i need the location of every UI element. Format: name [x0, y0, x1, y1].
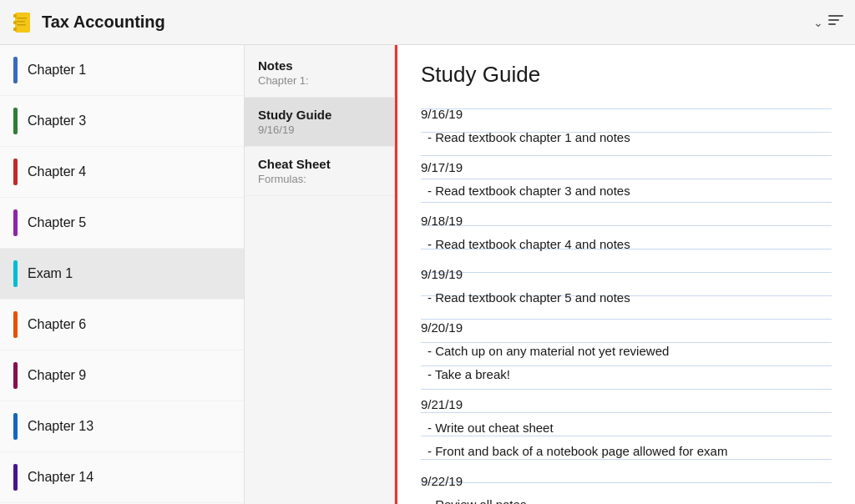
sidebar-item-label: Chapter 14 [28, 470, 94, 485]
sidebar: Chapter 1Chapter 3Chapter 4Chapter 5Exam… [0, 45, 245, 504]
sidebar-item-label: Chapter 3 [28, 113, 86, 129]
sidebar-item-chapter14[interactable]: Chapter 14 [0, 452, 244, 503]
study-entry: 9/22/19- Review all notes- Double check … [421, 470, 832, 504]
sidebar-item-exam1[interactable]: Exam 1 [0, 249, 244, 300]
section-color-bar [13, 159, 18, 185]
sidebar-item-label: Chapter 6 [28, 317, 86, 332]
study-task: - Catch up on any material not yet revie… [421, 340, 832, 363]
sidebar-item-chapter3[interactable]: Chapter 3 [0, 96, 244, 147]
content-body: 9/16/19- Read textbook chapter 1 and not… [421, 103, 832, 504]
sidebar-item-chapter9[interactable]: Chapter 9 [0, 350, 244, 401]
svg-rect-3 [13, 28, 17, 31]
section-color-bar [13, 464, 18, 491]
study-entry: 9/20/19- Catch up on any material not ye… [421, 316, 832, 386]
page-item-subtitle: Chapter 1: [258, 74, 381, 87]
study-task: - Review all notes [421, 493, 832, 504]
study-task: - Read textbook chapter 1 and notes [421, 126, 832, 149]
page-item-cheat-sheet[interactable]: Cheat SheetFormulas: [245, 147, 394, 196]
page-item-notes[interactable]: NotesChapter 1: [245, 48, 394, 98]
study-date: 9/17/19 [421, 156, 832, 179]
section-color-bar [13, 311, 18, 338]
sidebar-item-chapter13[interactable]: Chapter 13 [0, 401, 244, 452]
page-item-study-guide[interactable]: Study Guide9/16/19 [245, 98, 394, 147]
study-task: - Read textbook chapter 3 and notes [421, 179, 832, 203]
svg-rect-5 [17, 21, 25, 23]
svg-rect-1 [13, 14, 17, 18]
study-date: 9/22/19 [421, 470, 832, 493]
section-color-bar [13, 362, 18, 389]
study-date: 9/19/19 [421, 263, 832, 286]
sort-icon[interactable] [827, 11, 845, 33]
sidebar-item-label: Chapter 9 [28, 368, 86, 383]
study-entry: 9/17/19- Read textbook chapter 3 and not… [421, 156, 832, 203]
svg-rect-2 [13, 21, 17, 24]
svg-rect-6 [17, 24, 26, 26]
pages-panel: NotesChapter 1:Study Guide9/16/19Cheat S… [245, 45, 395, 504]
content-area: Study Guide 9/16/19- Read textbook chapt… [395, 45, 855, 504]
sidebar-item-chapter5[interactable]: Chapter 5 [0, 198, 244, 249]
study-entry: 9/16/19- Read textbook chapter 1 and not… [421, 103, 832, 149]
section-color-bar [13, 108, 18, 134]
page-item-subtitle: Formulas: [258, 173, 381, 185]
study-task: - Read textbook chapter 5 and notes [421, 286, 832, 310]
sidebar-item-label: Chapter 1 [28, 63, 86, 78]
study-task: - Read textbook chapter 4 and notes [421, 233, 832, 256]
notebook-icon [10, 11, 33, 34]
sidebar-item-label: Chapter 5 [28, 215, 86, 230]
section-color-bar [13, 413, 18, 440]
section-color-bar [13, 57, 18, 83]
sidebar-item-label: Chapter 13 [28, 419, 94, 434]
study-entry: 9/21/19- Write out cheat sheet- Front an… [421, 393, 832, 463]
page-item-title: Cheat Sheet [258, 157, 381, 171]
dropdown-icon[interactable]: ⌄ [813, 16, 823, 29]
app-title: Tax Accounting [42, 13, 813, 32]
sidebar-item-chapter4[interactable]: Chapter 4 [0, 147, 244, 198]
study-entry: 9/19/19- Read textbook chapter 5 and not… [421, 263, 832, 310]
section-color-bar [13, 260, 18, 287]
study-task: - Write out cheat sheet [421, 416, 832, 440]
sidebar-item-chapter1[interactable]: Chapter 1 [0, 45, 244, 96]
app-header: Tax Accounting ⌄ [0, 0, 855, 45]
page-item-title: Study Guide [258, 108, 381, 122]
study-date: 9/16/19 [421, 103, 832, 126]
svg-rect-0 [15, 13, 30, 33]
study-task: - Take a break! [421, 363, 832, 386]
page-item-title: Notes [258, 58, 381, 73]
sidebar-item-label: Exam 1 [28, 266, 73, 281]
sidebar-item-label: Chapter 4 [28, 164, 86, 179]
svg-rect-4 [17, 18, 27, 19]
page-item-subtitle: 9/16/19 [258, 123, 381, 136]
study-date: 9/21/19 [421, 393, 832, 416]
study-entry: 9/18/19- Read textbook chapter 4 and not… [421, 209, 832, 256]
section-color-bar [13, 209, 18, 236]
study-task: - Front and back of a notebook page allo… [421, 440, 832, 463]
study-date: 9/18/19 [421, 209, 832, 233]
main-layout: Chapter 1Chapter 3Chapter 4Chapter 5Exam… [0, 45, 855, 504]
study-date: 9/20/19 [421, 316, 832, 340]
page-title: Study Guide [421, 62, 832, 88]
sidebar-item-chapter6[interactable]: Chapter 6 [0, 300, 244, 350]
